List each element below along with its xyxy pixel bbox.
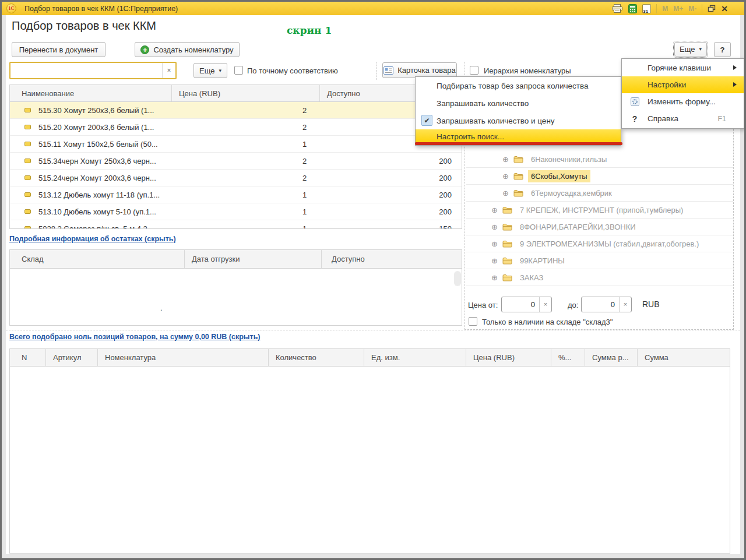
price-to-field[interactable]: 0 × (581, 297, 632, 312)
price-from-field[interactable]: 0 × (501, 297, 552, 312)
table-row[interactable]: 513.10 Дюбель хомут 5-10 (уп.1... 1 200 (10, 203, 462, 220)
tree-item-electromechanisms[interactable]: ⊕ 9 ЭЛЕКТРОМЕХАНИЗМЫ (стабил,двигат,обог… (466, 235, 733, 252)
expand-icon[interactable]: ⊕ (491, 223, 498, 231)
tree-item-label: 6Скобы,Хомуты (528, 170, 590, 182)
menu-item-label: Подбирать товар без запроса количества (437, 82, 589, 90)
tree-item-pictures[interactable]: ⊕ 99КАРТИНЫ (466, 252, 733, 269)
stock-table: Склад Дата отгрузки Доступно . (9, 249, 462, 326)
scrollbar-thumb[interactable] (454, 271, 461, 286)
item-icon (24, 108, 31, 112)
titlebar-memory-mplus-button[interactable]: M+ (673, 5, 683, 13)
menu-item-help[interactable]: ? Справка F1 (622, 110, 744, 127)
column-header-ship-date[interactable]: Дата отгрузки (185, 250, 322, 268)
clear-price-from-icon[interactable]: × (539, 297, 551, 312)
more-actions-button[interactable]: Еще ▾ (674, 42, 707, 57)
close-icon[interactable]: ✕ (721, 4, 728, 13)
print-icon[interactable] (611, 3, 623, 13)
table-row[interactable]: 513.12 Дюбель хомут 11-18 (уп.1... 1 200 (10, 186, 462, 203)
window-titlebar[interactable]: 1С Подбор товаров в чек ККМ (1С:Предприя… (2, 2, 744, 15)
column-header-unit[interactable]: Ед. изм. (364, 349, 466, 366)
search-more-label: Еще (199, 66, 214, 75)
calculator-icon[interactable] (628, 4, 637, 13)
selection-summary-link[interactable]: Всего подобрано ноль позиций товаров, на… (9, 333, 261, 341)
restore-window-icon[interactable] (708, 5, 716, 12)
create-nomenclature-label: Создать номенклатуру (153, 45, 233, 54)
table-row[interactable]: 5028.2 Саморез п/ш св. 5 м 4.2... 1 150 (10, 220, 462, 229)
expand-icon[interactable]: ⊕ (502, 172, 509, 180)
exact-match-checkbox[interactable] (234, 66, 243, 75)
product-name: 513.12 Дюбель хомут 11-18 (уп.1... (38, 191, 160, 199)
stray-dot: . (160, 304, 163, 312)
column-header-sum[interactable]: Сумма (638, 349, 730, 366)
product-name: 515.20 Хомут 200х3,6 белый (1... (38, 123, 154, 132)
titlebar-memory-m-button[interactable]: M (662, 5, 668, 13)
hierarchy-checkbox[interactable] (470, 66, 478, 75)
menu-item-ask-quantity[interactable]: Запрашивать количество (416, 94, 621, 112)
product-price: 1 (172, 224, 320, 230)
menu-item-change-form[interactable]: Изменить форму... (622, 93, 744, 110)
tree-item-heatshrink[interactable]: ⊕ 6Термоусадка,кембрик (466, 185, 733, 202)
clear-price-to-icon[interactable]: × (619, 297, 631, 312)
tree-item-fasteners[interactable]: ⊕ 7 КРЕПЕЖ, ИНСТРУМЕНТ (припой,тумблеры) (466, 202, 733, 219)
product-card-label: Карточка товара (397, 66, 456, 75)
search-more-button[interactable]: Еще ▾ (193, 63, 227, 78)
column-header-n[interactable]: N (10, 349, 46, 366)
menu-item-no-quantity-prompt[interactable]: Подбирать товар без запроса количества (416, 77, 621, 94)
search-input[interactable] (10, 63, 162, 78)
tree-item-order[interactable]: ⊕ ЗАКАЗ (466, 269, 733, 286)
titlebar-separator (702, 4, 702, 13)
calendar-icon[interactable]: 31 (642, 4, 651, 13)
expand-icon[interactable]: ⊕ (502, 156, 509, 163)
menu-item-settings[interactable]: Настройки (622, 76, 744, 93)
menu-item-hotkeys[interactable]: Горячие клавиши (622, 59, 744, 76)
column-header-name[interactable]: Наименование (10, 85, 172, 101)
menu-item-ask-quantity-and-price[interactable]: ✔ Запрашивать количество и цену (416, 112, 621, 129)
column-header-price[interactable]: Цена (RUB) (172, 85, 320, 101)
tree-item-label: 9 ЭЛЕКТРОМЕХАНИЗМЫ (стабил,двигат,обогре… (517, 238, 702, 250)
create-nomenclature-button[interactable]: + Создать номенклатуру (135, 42, 240, 57)
product-card-button[interactable]: Карточка товара (382, 62, 457, 78)
product-name: 515.11 Хомут 150х2,5 белый (50... (38, 140, 158, 149)
tree-item-flashlights[interactable]: ⊕ 8ФОНАРИ,БАТАРЕЙКИ,ЗВОНКИ (466, 219, 733, 235)
column-header-quantity[interactable]: Количество (269, 349, 364, 366)
table-row[interactable]: 515.20 Хомут 200х3,6 белый (1... 2 (10, 119, 462, 136)
expand-icon[interactable]: ⊕ (491, 257, 498, 265)
warehouse-only-checkbox[interactable] (469, 317, 477, 326)
warehouse-only-label: Только в наличии на складе "склад3" (482, 318, 613, 326)
column-header-article[interactable]: Артикул (46, 349, 98, 366)
table-row[interactable]: 515.24черн Хомут 200х3,6 черн... 2 200 (10, 170, 462, 186)
expand-icon[interactable]: ⊕ (491, 206, 498, 214)
product-card-icon (383, 66, 393, 75)
column-header-nomenclature[interactable]: Номенклатура (98, 349, 269, 366)
table-row[interactable]: 515.30 Хомут 250х3,6 белый (1... 2 (10, 102, 462, 119)
tree-item-tips-sleeves[interactable]: ⊕ 6Наконечники,гильзы (466, 151, 733, 168)
stock-details-link[interactable]: Подробная информация об остатках (скрыть… (9, 235, 176, 243)
column-header-sum-r[interactable]: Сумма р... (585, 349, 638, 366)
column-header-percent[interactable]: %... (551, 349, 585, 366)
help-button[interactable]: ? (714, 42, 731, 57)
window-border-left (0, 0, 2, 560)
expand-icon[interactable]: ⊕ (491, 274, 498, 281)
help-icon: ? (630, 114, 639, 124)
titlebar-memory-mminus-button[interactable]: M- (688, 5, 696, 13)
price-to-value[interactable]: 0 (582, 297, 619, 312)
clear-search-icon[interactable]: × (162, 63, 175, 78)
price-from-value[interactable]: 0 (502, 297, 539, 312)
menu-item-configure-search[interactable]: Настроить поиск... (416, 129, 621, 143)
column-header-warehouse[interactable]: Склад (10, 250, 185, 268)
table-row[interactable]: 515.34черн Хомут 250х3,6 черн... 2 200 (10, 153, 462, 170)
titlebar-separator (656, 4, 657, 13)
expand-icon[interactable]: ⊕ (502, 189, 509, 197)
expand-icon[interactable]: ⊕ (491, 240, 498, 248)
settings-submenu: Подбирать товар без запроса количества З… (415, 76, 621, 146)
product-name: 515.24черн Хомут 200х3,6 черн... (38, 174, 156, 182)
submenu-arrow-icon (733, 65, 737, 70)
product-name: 515.30 Хомут 250х3,6 белый (1... (38, 106, 154, 115)
transfer-to-document-button[interactable]: Перенести в документ (12, 42, 105, 57)
products-table: Наименование Цена (RUB) Доступно 515.30 … (9, 84, 462, 229)
column-header-available[interactable]: Доступно (322, 250, 462, 268)
folder-icon (502, 257, 512, 265)
column-header-price[interactable]: Цена (RUB) (466, 349, 551, 366)
table-row[interactable]: 515.11 Хомут 150х2,5 белый (50... 1 (10, 136, 462, 153)
tree-item-clamps[interactable]: ⊕ 6Скобы,Хомуты (466, 168, 733, 185)
